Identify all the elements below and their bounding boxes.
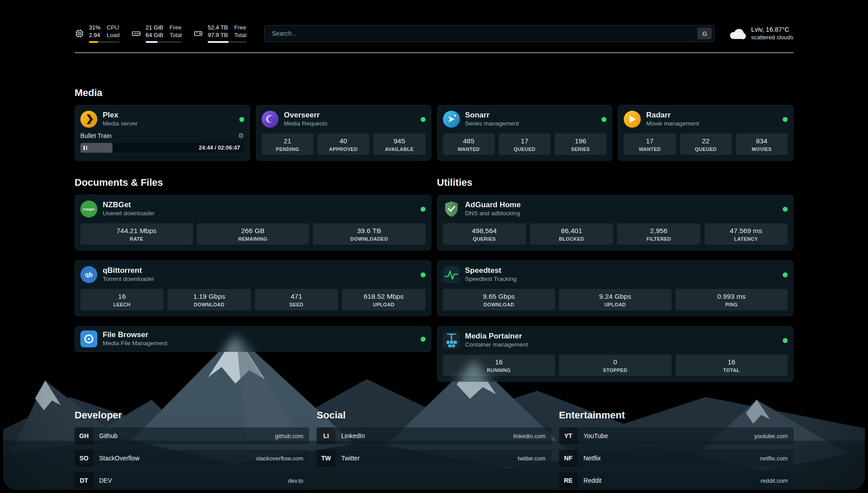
dashboard: 31% CPU 2.94 Load 21 — [3, 3, 865, 490]
memory-label-bottom: Total — [170, 32, 182, 39]
bookmark-url: github.com — [275, 433, 304, 439]
app-name: Radarr — [646, 111, 699, 119]
stat-pending: 21 PENDING — [262, 134, 313, 155]
stat-wanted: 485 WANTED — [443, 134, 495, 155]
stat-remaining: 266 GB REMAINING — [197, 223, 309, 245]
section-title-entertainment: Entertainment — [559, 409, 793, 421]
stat-queued: 22 QUEUED — [680, 134, 732, 155]
section-title-developer: Developer — [75, 409, 309, 421]
app-name: NZBGet — [103, 201, 154, 209]
bookmark-url: linkedin.com — [513, 433, 545, 439]
app-card-adguard[interactable]: AdGuard Home DNS and adblocking 498,564 … — [437, 195, 794, 251]
speedtest-icon — [443, 266, 460, 283]
search-engine-button[interactable]: G — [697, 28, 712, 39]
bookmark-twitter[interactable]: TW Twitter twitter.com — [317, 450, 551, 467]
playback-progress-bar[interactable]: 24:44 / 02:06:47 — [80, 143, 244, 153]
app-name: Plex — [103, 111, 138, 119]
app-name: Media Portainer — [465, 332, 528, 340]
app-name: Sonarr — [465, 111, 519, 119]
cpu-icon — [75, 29, 84, 38]
app-name: AdGuard Home — [465, 201, 521, 209]
bookmark-abbr: GH — [75, 427, 93, 444]
stat-series: 196 SERIES — [555, 134, 606, 155]
stat-queries: 498,564 QUERIES — [443, 223, 526, 245]
stat-queued: 17 QUEUED — [499, 134, 551, 155]
bookmark-abbr: YT — [559, 427, 578, 444]
stat-wanted: 17 WANTED — [624, 134, 676, 155]
bookmark-url: reddit.com — [760, 477, 788, 484]
bookmark-url: youtube.com — [755, 433, 788, 439]
search-input[interactable] — [271, 29, 697, 38]
disk-label-bottom: Total — [234, 32, 246, 39]
status-online-dot — [783, 117, 788, 122]
app-desc: Speedtest Tracking — [465, 275, 517, 283]
stat-download: 1.19 Gbps DOWNLOAD — [167, 289, 250, 310]
bookmark-linkedin[interactable]: LI LinkedIn linkedin.com — [317, 427, 551, 444]
bookmark-abbr: SO — [75, 450, 93, 467]
cpu-label-top: CPU — [107, 24, 120, 31]
app-card-overseerr[interactable]: Overseerr Media Requests 21 PENDING 40 A… — [256, 105, 431, 161]
app-desc: Media server — [103, 119, 138, 128]
bookmark-youtube[interactable]: YT YouTube youtube.com — [559, 427, 793, 444]
bookmark-reddit[interactable]: RE Reddit reddit.com — [559, 472, 793, 489]
stat-stopped: 0 STOPPED — [559, 355, 672, 376]
app-name: File Browser — [103, 330, 167, 339]
stat-upload: 618.52 Mbps UPLOAD — [342, 289, 425, 310]
disk-progress-bar — [208, 41, 246, 43]
qbittorrent-icon: qb — [80, 266, 97, 283]
status-online-dot — [783, 207, 788, 212]
bookmark-url: twitter.com — [518, 455, 546, 462]
stat-blocked: 86,401 BLOCKED — [530, 223, 613, 245]
stat-total: 16 TOTAL — [676, 355, 788, 376]
memory-widget: 21 GiB Free 64 GiB Total — [131, 24, 182, 43]
plex-icon — [80, 111, 97, 128]
bookmark-stackoverflow[interactable]: SO StackOverflow stackoverflow.com — [75, 450, 309, 467]
stat-downloaded: 39.6 TB DOWNLOADED — [313, 223, 426, 245]
app-card-portainer[interactable]: Media Portainer Container management 16 … — [437, 326, 794, 382]
disk-icon — [193, 29, 203, 38]
weather-location: Lviv, 16.87°C — [751, 26, 793, 33]
memory-free-value: 21 GiB — [146, 24, 163, 31]
cpu-progress-bar — [89, 41, 120, 43]
stat-seed: 471 SEED — [255, 289, 338, 310]
bookmark-dev[interactable]: DT DEV dev.to — [75, 472, 309, 489]
app-name: Speedtest — [465, 266, 517, 275]
disk-widget: 52.4 TB Free 97.9 TB Total — [193, 24, 246, 43]
bookmark-name: YouTube — [584, 432, 608, 439]
bookmark-name: Twitter — [341, 455, 359, 462]
memory-progress-bar — [146, 41, 182, 43]
app-card-plex[interactable]: Plex Media server Bullet Train ⚙︎ 24:44 … — [75, 105, 250, 161]
stat-leech: 16 LEECH — [80, 289, 163, 310]
weather-condition: scattered clouds — [751, 33, 793, 41]
adguard-icon — [443, 201, 460, 217]
bookmark-github[interactable]: GH Github github.com — [75, 427, 309, 444]
status-online-dot — [421, 272, 426, 277]
header-divider — [75, 52, 793, 53]
stat-movies: 834 MOVIES — [736, 134, 788, 155]
disk-total-value: 97.9 TB — [208, 32, 228, 39]
bookmark-url: stackoverflow.com — [256, 455, 303, 462]
app-desc: Movie management — [646, 119, 699, 128]
cpu-load-value: 2.94 — [89, 32, 100, 39]
now-playing-title: Bullet Train — [80, 132, 112, 139]
filebrowser-icon — [80, 330, 97, 347]
app-card-nzbget[interactable]: nzbget NZBGet Usenet downloader 744.21 M… — [75, 195, 431, 251]
stat-filtered: 2,956 FILTERED — [617, 223, 700, 245]
status-online-dot — [421, 117, 426, 122]
cloud-icon — [728, 26, 746, 41]
bookmark-abbr: NF — [559, 450, 578, 467]
app-desc: Media File Management — [103, 339, 167, 347]
settings-gear-icon[interactable]: ⚙︎ — [238, 132, 244, 140]
app-name: Overseerr — [284, 111, 328, 119]
app-card-sonarr[interactable]: Sonarr Series management 485 WANTED 17 Q… — [437, 105, 613, 161]
top-bar: 31% CPU 2.94 Load 21 — [75, 23, 793, 44]
app-card-filebrowser[interactable]: File Browser Media File Management — [75, 326, 431, 352]
app-card-radarr[interactable]: Radarr Movie management 17 WANTED 22 QUE… — [618, 105, 793, 161]
app-name: qBittorrent — [103, 266, 154, 275]
pause-icon[interactable] — [83, 146, 87, 150]
bookmark-abbr: DT — [75, 472, 93, 489]
app-card-speedtest[interactable]: Speedtest Speedtest Tracking 9.65 Gbps D… — [437, 260, 794, 316]
bookmark-netflix[interactable]: NF Netflix netflix.com — [559, 450, 793, 467]
app-card-qbittorrent[interactable]: qb qBittorrent Torrent downloader 16 LEE… — [75, 260, 431, 316]
stat-available: 945 AVAILABLE — [373, 134, 425, 155]
